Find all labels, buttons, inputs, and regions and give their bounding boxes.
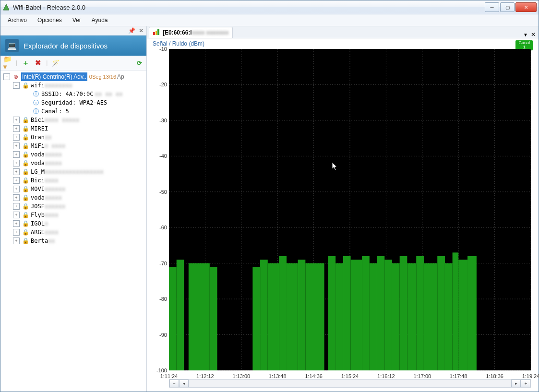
- expand-icon[interactable]: +: [13, 134, 20, 141]
- svg-rect-46: [437, 256, 445, 370]
- tree-network-item[interactable]: +🔒MiFix xxxx: [1, 142, 145, 150]
- tree-network-item[interactable]: +🔒Bicixxxx: [1, 176, 145, 185]
- expand-icon[interactable]: +: [13, 125, 20, 132]
- tree-channel[interactable]: ⓘ Canal: 5: [1, 107, 145, 116]
- title-bar[interactable]: Wifi-Babel - Release 2.0.0 ─ ▢ ✕: [0, 0, 539, 14]
- svg-rect-44: [416, 256, 424, 370]
- y-axis-tick: -60: [147, 225, 167, 230]
- tree-network-item[interactable]: +🔒vodaxxxxx: [1, 150, 145, 159]
- lock-icon: 🔒: [22, 159, 29, 167]
- network-name: MiFi: [31, 142, 45, 150]
- expand-icon[interactable]: +: [13, 212, 20, 218]
- svg-rect-26: [252, 267, 260, 370]
- lock-icon: 🔒: [22, 228, 29, 236]
- refresh-icon[interactable]: ⟳: [135, 59, 144, 67]
- svg-rect-50: [467, 256, 477, 370]
- add-button[interactable]: ＋: [21, 59, 30, 67]
- tree-network-item[interactable]: +🔒vodaxxxxx: [1, 193, 145, 202]
- chart-tab[interactable]: [E0:60:66:Ixxxx xxxxxxx: [149, 27, 233, 38]
- svg-rect-47: [445, 263, 453, 370]
- expand-icon[interactable]: +: [13, 194, 20, 201]
- expand-icon[interactable]: +: [13, 229, 20, 236]
- x-axis-tick: 1:14:36: [305, 373, 323, 379]
- expand-icon[interactable]: +: [13, 220, 20, 227]
- tab-close-icon[interactable]: ✕: [531, 31, 536, 38]
- tree-network-item[interactable]: +🔒ARGExxxx: [1, 228, 145, 237]
- tree-network-item[interactable]: +🔒Bertaxx: [1, 237, 145, 245]
- signal-plot[interactable]: [169, 49, 531, 370]
- x-axis-tick: 1:16:12: [377, 373, 395, 379]
- adapter-label: Intel(R) Centrino(R) Adv..: [21, 72, 87, 81]
- security-label: Seguridad: WPA2-AES: [41, 98, 107, 107]
- close-button[interactable]: ✕: [515, 2, 537, 12]
- delete-button[interactable]: ✖: [34, 59, 42, 67]
- expand-icon[interactable]: +: [13, 117, 20, 123]
- x-axis-tick: 1:12:12: [196, 373, 214, 379]
- lock-icon: 🔒: [22, 142, 29, 150]
- tree-network-item[interactable]: +🔒IGOLx: [1, 219, 145, 228]
- svg-rect-48: [453, 252, 459, 370]
- menu-archivo[interactable]: Archivo: [3, 15, 31, 25]
- tree-network-item[interactable]: +🔒Flybxxxx: [1, 211, 145, 219]
- expand-icon[interactable]: +: [13, 177, 20, 184]
- expand-icon[interactable]: +: [13, 151, 20, 158]
- svg-rect-45: [424, 263, 437, 370]
- x-axis-tick: 1:13:00: [232, 373, 250, 379]
- svg-rect-31: [298, 260, 306, 370]
- bssid-label: BSSID: 4A:70:0C: [41, 90, 93, 98]
- svg-rect-23: [177, 260, 184, 370]
- tree-network-item[interactable]: +🔒Bicixxxx xxxxx: [1, 116, 145, 124]
- network-name: voda: [31, 159, 45, 167]
- scroll-left-button[interactable]: ◂: [179, 380, 189, 387]
- network-name: voda: [31, 193, 45, 202]
- y-axis-tick: -100: [147, 368, 167, 373]
- menu-ayuda[interactable]: Ayuda: [87, 15, 112, 25]
- svg-rect-41: [392, 263, 400, 370]
- tab-dropdown-icon[interactable]: ▼: [523, 32, 528, 37]
- y-axis-tick: -90: [147, 332, 167, 338]
- x-axis-tick: 1:18:36: [486, 373, 503, 379]
- expand-icon[interactable]: +: [13, 168, 20, 175]
- minimize-button[interactable]: ─: [485, 2, 499, 12]
- info-icon: ⓘ: [32, 107, 40, 115]
- scroll-plus-button[interactable]: ＋: [521, 380, 530, 387]
- network-name: IGOL: [31, 219, 45, 228]
- expand-icon[interactable]: +: [13, 143, 20, 149]
- svg-rect-40: [384, 260, 392, 370]
- scroll-right-button[interactable]: ▸: [511, 380, 521, 387]
- svg-rect-25: [210, 267, 217, 370]
- chart-area: Señal / Ruido (dBm) Canal 1 -10-20-30-40…: [147, 38, 539, 392]
- tree-network-item[interactable]: +🔒vodaxxxxx: [1, 159, 145, 167]
- expand-icon[interactable]: +: [13, 238, 20, 244]
- svg-rect-42: [400, 256, 407, 370]
- collapse-icon[interactable]: −: [13, 82, 20, 89]
- chart-scrollbar[interactable]: − ◂ ▸ ＋: [169, 379, 531, 388]
- tree-network-item[interactable]: +🔒MOVIxxxxxx: [1, 185, 145, 193]
- pin-icon[interactable]: 📌: [128, 27, 135, 34]
- tree-network-item[interactable]: +🔒Oranxx: [1, 133, 145, 142]
- tree-network-item[interactable]: +🔒MIREI: [1, 124, 145, 133]
- tree-network-item[interactable]: +🔒LG_Mxxxxxxxxxxxxxxxxx: [1, 167, 145, 176]
- tree-security[interactable]: ⓘ Seguridad: WPA2-AES: [1, 98, 145, 107]
- app-icon: [2, 3, 10, 11]
- collapse-icon[interactable]: −: [3, 73, 10, 80]
- maximize-button[interactable]: ▢: [500, 2, 515, 12]
- folder-icon[interactable]: 📁▾: [3, 59, 12, 67]
- scroll-minus-button[interactable]: −: [169, 380, 179, 387]
- svg-rect-22: [169, 267, 177, 370]
- tree-adapter-node[interactable]: − ⊚ Intel(R) Centrino(R) Adv.. 0Seg 13/1…: [1, 72, 145, 81]
- expand-icon[interactable]: +: [13, 186, 20, 192]
- tree-network-item[interactable]: +🔒JOSExxxxxx: [1, 202, 145, 211]
- menu-opciones[interactable]: Opciones: [33, 15, 66, 25]
- tree-bssid[interactable]: ⓘ BSSID: 4A:70:0C xx xx xx: [1, 90, 145, 98]
- wand-icon[interactable]: 🪄: [51, 59, 60, 67]
- network-name: Flyb: [31, 211, 45, 219]
- channel-label: Canal: 5: [41, 107, 69, 116]
- menu-ver[interactable]: Ver: [68, 15, 85, 25]
- expand-icon[interactable]: +: [13, 160, 20, 166]
- device-tree[interactable]: − ⊚ Intel(R) Centrino(R) Adv.. 0Seg 13/1…: [0, 71, 146, 392]
- svg-rect-35: [343, 256, 351, 370]
- expand-icon[interactable]: +: [13, 203, 20, 210]
- tree-network-selected[interactable]: − 🔒 wifixxxxxxxx: [1, 81, 145, 90]
- pane-close-icon[interactable]: ✕: [138, 27, 144, 34]
